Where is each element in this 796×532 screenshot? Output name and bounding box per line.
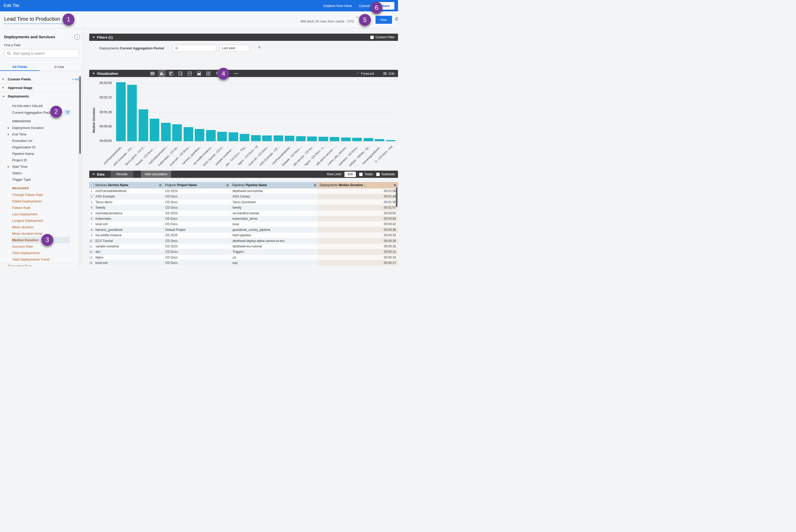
table-scrollbar-thumb[interactable] [396,187,397,207]
tab-all-fields[interactable]: All Fields [0,63,40,71]
sidebar-scrollbar[interactable] [79,74,81,266]
sidebar-field-change-failure-rate[interactable]: Change Failure Rate [0,192,83,198]
sidebar-field-pipeline-name[interactable]: Pipeline Name [0,150,83,157]
bar-harnessguestbook[interactable] [375,139,384,141]
row-chart-icon[interactable] [168,70,174,77]
sidebar-field-trigger-type[interactable]: Trigger Type [0,176,83,183]
totals-checkbox[interactable] [359,173,363,176]
sidebar-field-failed-deployments[interactable]: Failed Deployments [0,198,83,205]
sidebar-field-end-time[interactable]: End Time [0,131,83,137]
sidebar-group-deployments[interactable]: Deployments2 [0,92,83,100]
filters-section-header[interactable]: Filters (1) Custom Filter [89,34,398,41]
sidebar-field-deployment-duration[interactable]: Deployment Duration [0,125,83,131]
explore-from-here-link[interactable]: Explore from Here [323,4,352,8]
bar-sample-container[interactable] [228,132,238,141]
bar-cicdtutorialhellow[interactable] [116,82,126,141]
sidebar-field-mean-duration[interactable]: Mean duration [0,224,83,230]
sidebar-group-approval-stage[interactable]: Approval Stage [0,83,83,92]
bar-roshni-k8s-service[interactable] [341,137,351,141]
custom-filter-checkbox[interactable] [370,36,374,39]
line-chart-icon[interactable] [186,70,193,77]
bar-deepak-cd-docs[interactable] [296,136,306,141]
sidebar-field-last-deployment[interactable]: Last Deployment [0,211,83,217]
column-gear-icon[interactable]: ⚙ [313,182,317,188]
collapse-sidebar-icon[interactable]: ‹ [74,34,80,40]
tab-results[interactable]: Results [111,171,133,178]
bar-helmtest-cd-docs[interactable] [352,138,362,141]
tab-in-use[interactable]: In Use [40,63,79,71]
filter-icon[interactable] [64,110,71,115]
column-header-pipeline-name[interactable]: Pipelines Pipeline Name⚙ [231,182,318,188]
bar-gitops-gitops-sy[interactable] [364,138,373,141]
data-section-header[interactable]: Data Results Add calculation Row Limit T… [89,171,398,178]
add-calculation-button[interactable]: Add calculation [141,171,171,178]
table-chart-icon[interactable] [149,70,156,77]
collapse-data-icon[interactable] [93,174,95,175]
caret-right-icon[interactable] [3,78,4,80]
row-limit-input[interactable] [345,172,356,177]
bar-ecs-tutorial-cd-d[interactable] [217,132,227,141]
bar-nginx-cd-docs-cd[interactable] [251,135,261,141]
area-chart-icon[interactable] [196,70,203,77]
bar-k8s-demo-service[interactable] [330,137,339,141]
caret-right-icon[interactable] [8,166,9,168]
sidebar-field-success-rate[interactable]: Success Rate [0,243,83,250]
bar-tanzu-demo-cd-d[interactable] [138,109,148,141]
caret-right-icon[interactable] [8,127,9,129]
sidebar-group-custom-fields[interactable]: Custom Fields+ Add [0,75,83,83]
more-chart-icon[interactable] [233,70,240,77]
bar-dev-cd-docs-trig[interactable] [240,134,249,141]
tile-title-input[interactable]: Lead Time to Production [4,16,69,24]
caret-right-icon[interactable] [8,133,9,135]
sidebar-field-total-deployments-trend[interactable]: Total Deployments Trend [0,256,83,263]
cancel-link[interactable]: Cancel [359,4,370,8]
bar-mygrafanainstanc[interactable] [161,123,171,141]
column-header-service-name[interactable]: Services Service Name⚙ [94,182,163,188]
run-button[interactable]: Run [375,16,392,24]
caret-down-icon[interactable] [3,96,5,97]
bar-cicdtutorialhellow[interactable] [285,136,294,141]
bar-kubernetes-cd-do[interactable] [172,124,182,141]
bar-k8s-service-cd-do[interactable] [307,136,317,141]
column-gear-icon[interactable]: ⚙ [226,182,229,188]
bar-cd-docs-exp[interactable] [386,140,396,141]
field-search-box[interactable] [4,49,79,58]
edit-viz-button[interactable]: Edit [383,72,394,75]
scatter-chart-icon[interactable] [177,70,184,77]
bar-harness-guestboo[interactable] [195,129,204,141]
remove-filter-icon[interactable]: × [258,45,261,50]
sidebar-field-current-aggregation-period[interactable]: Current Aggregation Period [0,109,83,116]
bar-local-ssh-cd-docs[interactable] [262,135,272,141]
sidebar-scrollbar-thumb[interactable] [79,76,81,154]
bar-local-ssh-cd-docs[interactable] [184,127,193,141]
collapse-visualization-icon[interactable] [93,73,95,74]
bar-asg-example-cd[interactable] [274,135,283,141]
collapse-filters-icon[interactable] [93,37,95,38]
pie-chart-icon[interactable] [205,70,212,77]
bar-my-wildfly-instance[interactable] [206,130,216,141]
sidebar-group-execution-tags[interactable]: Execution Tags [0,264,83,266]
filter-operator-select[interactable]: is [173,45,216,52]
sidebar-field-longest-deployment[interactable]: Longest Deployment [0,217,83,224]
search-input[interactable] [13,52,76,55]
forecast-button[interactable]: Forecast [355,72,374,75]
bar-chart-icon[interactable] [159,70,165,77]
visualization-section-header[interactable]: Visualization 6 Forecast Edit [89,70,398,77]
sidebar-field-organization-id[interactable]: Organization ID [0,144,83,150]
sidebar-field-status[interactable]: Status [0,170,83,176]
sidebar-field-start-time[interactable]: Start Time [0,164,83,170]
sidebar-field-failure-rate[interactable]: Failure Rate [0,205,83,211]
bar-tweety-cd-docs[interactable] [150,119,159,141]
sidebar-field-total-deployments[interactable]: Total Deployments [0,250,83,256]
gear-icon[interactable]: ⚙ [395,16,398,22]
column-header-median-duration[interactable]: Deployments Median Duration ↓⚙ [318,182,398,188]
caret-right-icon[interactable] [3,87,4,89]
sidebar-field-mean-duration-trend[interactable]: Mean duration trend [0,230,83,237]
column-header-project-name[interactable]: Projects Project Name⚙ [163,182,231,188]
filter-value-input[interactable]: Last year [219,45,250,52]
bar-asg-example-cd[interactable] [127,85,137,141]
sidebar-field-project-id[interactable]: Project ID [0,157,83,164]
bar-nginx-cd-docs-k[interactable] [319,137,328,141]
sidebar-field-execution-url[interactable]: Execution Url [0,137,83,144]
subtotals-checkbox[interactable] [376,173,380,176]
